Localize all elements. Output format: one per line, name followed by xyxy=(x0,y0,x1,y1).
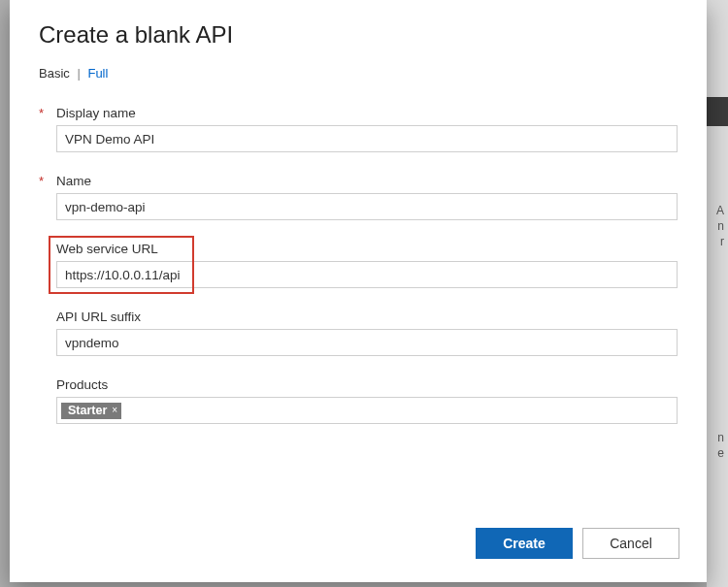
create-button[interactable]: Create xyxy=(476,528,573,559)
remove-tag-icon[interactable]: × xyxy=(112,405,117,415)
label-name: Name xyxy=(56,174,91,188)
dialog-footer: Create Cancel xyxy=(10,522,707,582)
bg-letter: n xyxy=(717,431,724,444)
backdrop: A n r n e Create a blank API Basic | Ful… xyxy=(0,0,728,587)
input-name[interactable] xyxy=(56,193,678,220)
tab-basic[interactable]: Basic xyxy=(39,66,70,81)
input-api-url-suffix[interactable] xyxy=(56,329,678,356)
label-display-name: Display name xyxy=(56,106,136,120)
field-display-name: * Display name xyxy=(39,106,678,152)
field-api-url-suffix: API URL suffix xyxy=(39,310,678,356)
input-display-name[interactable] xyxy=(56,125,678,152)
background-panel: A n r n e xyxy=(707,0,728,587)
tab-full[interactable]: Full xyxy=(87,66,108,81)
product-tag-label: Starter xyxy=(68,404,107,417)
required-star-icon: * xyxy=(39,174,56,188)
field-web-service-url: Web service URL xyxy=(39,242,678,288)
cancel-button[interactable]: Cancel xyxy=(582,528,679,559)
input-web-service-url[interactable] xyxy=(56,261,678,288)
create-api-dialog: Create a blank API Basic | Full * Displa… xyxy=(10,0,707,582)
product-tag: Starter × xyxy=(61,403,121,419)
input-products[interactable]: Starter × xyxy=(56,397,678,424)
bg-letter: r xyxy=(720,235,724,248)
bg-letter: n xyxy=(717,219,724,233)
field-name: * Name xyxy=(39,174,678,220)
mode-tabs: Basic | Full xyxy=(39,66,678,81)
background-dark-strip xyxy=(707,97,728,126)
tab-separator: | xyxy=(77,66,80,81)
bg-letter: e xyxy=(717,446,724,460)
required-star-icon: * xyxy=(39,106,56,120)
dialog-body: Create a blank API Basic | Full * Displa… xyxy=(10,0,707,522)
label-products: Products xyxy=(56,377,108,392)
label-api-url-suffix: API URL suffix xyxy=(56,310,141,324)
label-web-service-url: Web service URL xyxy=(56,242,158,256)
bg-letter: A xyxy=(716,204,724,217)
field-products: Products Starter × xyxy=(39,377,678,424)
dialog-title: Create a blank API xyxy=(39,21,678,49)
